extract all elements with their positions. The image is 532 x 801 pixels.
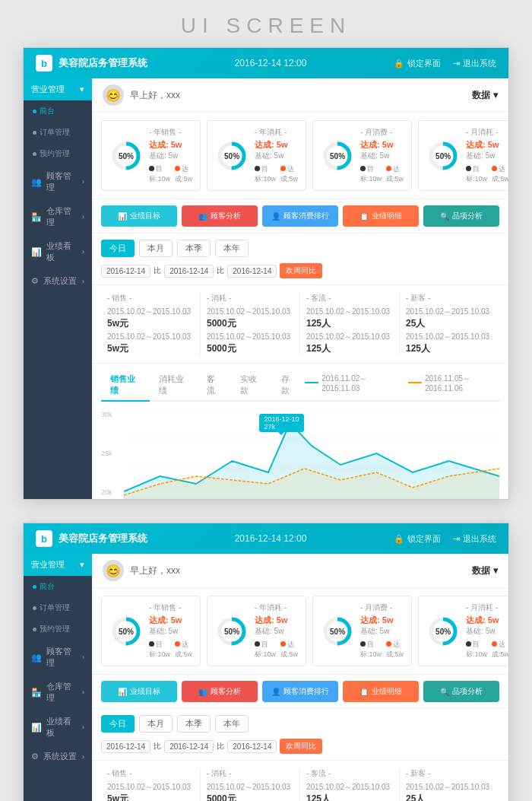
greeting: 😊 早上好，xxx <box>103 84 180 106</box>
sidebar-item-performance-2[interactable]: 📊 业绩看板 › <box>24 710 92 745</box>
date-from-2[interactable]: 2016-12-14 <box>101 740 150 753</box>
search-icon-2b: 🔍 <box>440 688 449 696</box>
tab-season-2[interactable]: 本季 <box>177 715 211 733</box>
btn-label-2e: 品项分析 <box>452 686 483 697</box>
date-from[interactable]: 2016-12-14 <box>101 265 150 278</box>
stat-period-1: 2015.10.02～2015.10.03 <box>207 307 293 317</box>
data-select[interactable]: 数据 ▾ <box>472 89 498 102</box>
tab-today[interactable]: 今日 <box>101 240 135 257</box>
chart-tab-consume[interactable]: 消耗业绩 <box>150 370 198 402</box>
chart-tab-receipt[interactable]: 实收款 <box>231 370 272 402</box>
compare-button[interactable]: 欢周同比 <box>280 263 322 278</box>
stat-value-1: 125人 <box>306 317 393 330</box>
sidebar-item-orders-2[interactable]: 订单管理 <box>24 597 92 618</box>
btn-customer-analysis-2[interactable]: 👥 顾客分析 <box>182 681 258 702</box>
sidebar-section-header[interactable]: 营业管理 ▾ <box>24 78 92 100</box>
kpi-legend: 目标:10w 达成:5w <box>255 164 298 184</box>
tab-today-2[interactable]: 今日 <box>101 715 135 733</box>
date-inputs: 2016-12-14 比 2016-12-14 比 2016-12-14 欢周同… <box>101 263 499 278</box>
sidebar-item-label: 前台 <box>40 106 55 116</box>
sidebar-item-customers[interactable]: 👥 顾客管理 › <box>24 164 92 199</box>
kpi-pct: 50% <box>119 151 134 160</box>
btn-customer-rank[interactable]: 👤 顾客消费排行 <box>262 205 338 227</box>
tab-season[interactable]: 本季 <box>177 240 211 257</box>
chart-container: 2016-12-1027k <box>124 408 499 499</box>
sidebar-item-customers-2[interactable]: 👥 顾客管理 › <box>24 640 92 675</box>
btn-performance-target-2[interactable]: 📊 业绩目标 <box>101 681 177 702</box>
sidebar-item-frontdesk[interactable]: 前台 <box>24 100 92 122</box>
header-time: 2016-12-14 12:00 <box>235 58 307 68</box>
greeting-2: 😊 早上好，xxx <box>103 560 180 581</box>
btn-customer-analysis[interactable]: 👥 顾客分析 <box>182 205 258 227</box>
date-to[interactable]: 2016-12-14 <box>164 265 214 278</box>
chevron-down-icon: ▾ <box>80 84 84 94</box>
kpi-info-2-3: - 月消费 - 达成: 5w 基础: 5w 目标:10w 达成:5w <box>360 602 404 660</box>
sidebar-section-header-2[interactable]: 营业管理 ▾ <box>24 554 92 576</box>
exit-button-2[interactable]: ⇥ 退出系统 <box>453 533 496 545</box>
data-select-2[interactable]: 数据 ▾ <box>472 564 498 577</box>
sidebar-item-settings[interactable]: ⚙ 系统设置 › <box>24 269 92 293</box>
stat-period-1: 2015.10.02～2015.10.03 <box>107 307 194 317</box>
btn-customer-rank-2[interactable]: 👤 顾客消费排行 <box>262 681 338 702</box>
action-buttons-2: 📊 业绩目标 👥 顾客分析 👤 顾客消费排行 📋 业绩明细 🔍 品 <box>92 675 508 709</box>
compare-icon: 比 <box>217 265 224 276</box>
header-logo: b 美容院店务管理系统 <box>36 55 147 72</box>
stat-period-2: 2015.10.02～2015.10.03 <box>406 332 493 342</box>
date-to-2[interactable]: 2016-12-14 <box>164 740 214 753</box>
sidebar-item-frontdesk-2[interactable]: 前台 <box>24 576 92 597</box>
kpi-info: - 年销售 - 达成: 5w 基础: 5w 目标:10w 达成:5w <box>149 127 192 184</box>
kpi-pct-2-3: 50% <box>330 627 345 635</box>
kpi-section: 50% - 年销售 - 达成: 5w 基础: 5w 目标:10w 达成:5w <box>92 113 508 199</box>
date-compare-2[interactable]: 2016-12-14 <box>227 740 277 753</box>
chart-icon-2: 📊 <box>31 723 42 733</box>
tab-month[interactable]: 本月 <box>139 240 173 257</box>
sidebar-item-label: 业绩看板 <box>46 240 78 263</box>
chart-legend: 2016.11.02～2016.11.03 2016.11.05～2016.11… <box>305 370 499 396</box>
lock-button[interactable]: 🔒 锁定界面 <box>394 58 441 69</box>
exit-button[interactable]: ⇥ 退出系统 <box>453 58 496 69</box>
sidebar-item-label: 仓库管理 <box>46 205 78 228</box>
chart-section: 销售业绩 消耗业绩 客流 实收款 存款 2016.11.02～2016.11.0… <box>92 364 508 499</box>
sidebar-item-warehouse-2[interactable]: 🏪 仓库管理 › <box>24 675 92 710</box>
sidebar-item-settings-2[interactable]: ⚙ 系统设置 › <box>24 745 92 768</box>
data-label: 数据 <box>472 89 490 102</box>
compare-icon-2: 比 <box>217 741 224 752</box>
chart-tab-sales[interactable]: 销售业绩 <box>101 370 150 402</box>
tab-year[interactable]: 本年 <box>215 240 249 257</box>
lock-button-2[interactable]: 🔒 锁定界面 <box>394 533 441 545</box>
sidebar-item-label: 系统设置 <box>43 275 77 287</box>
date-inputs-2: 2016-12-14 比 2016-12-14 比 2016-12-14 欢周同… <box>101 739 499 754</box>
y-labels: 30k 25k 20k <box>101 408 112 499</box>
chart-tab-traffic[interactable]: 客流 <box>198 370 231 402</box>
stat-period-2: 2015.10.02～2015.10.03 <box>207 332 293 342</box>
exit-icon-2: ⇥ <box>453 534 460 544</box>
stat-sales-2: - 销售 - 2015.10.02～2015.10.03 5w元 2015.10… <box>101 768 201 801</box>
logo-icon-2: b <box>36 530 52 547</box>
btn-performance-detail[interactable]: 📋 业绩明细 <box>343 205 419 227</box>
sidebar-item-performance[interactable]: 📊 业绩看板 › <box>24 234 92 269</box>
stat-traffic: - 客流 - 2015.10.02～2015.10.03 125人 2015.1… <box>300 293 400 355</box>
btn-item-analysis-2[interactable]: 🔍 品项分析 <box>423 681 499 702</box>
tab-month-2[interactable]: 本月 <box>139 715 173 733</box>
btn-performance-target[interactable]: 📊 业绩目标 <box>101 205 177 227</box>
sidebar-item-orders[interactable]: 订单管理 <box>24 122 92 143</box>
btn-label-2c: 顾客消费排行 <box>283 686 329 697</box>
date-compare[interactable]: 2016-12-14 <box>227 265 277 278</box>
sidebar-item-warehouse[interactable]: 🏪 仓库管理 › <box>24 199 92 234</box>
kpi-info-2-1: - 年销售 - 达成: 5w 基础: 5w 目标:10w 达成:5w <box>149 602 192 660</box>
header-actions-2: 🔒 锁定界面 ⇥ 退出系统 <box>394 533 496 545</box>
kpi-legend: 目标:10w 达成:5w <box>149 164 192 184</box>
chart-tab-deposit[interactable]: 存款 <box>272 370 306 402</box>
kpi-card-2-1: 50% - 年销售 - 达成: 5w 基础: 5w 目标:10w 达成:5w <box>101 596 201 666</box>
kpi-donut-2-3: 50% <box>321 615 354 648</box>
sidebar-item-appointments-2[interactable]: 预约管理 <box>24 618 92 640</box>
compare-button-2[interactable]: 欢周同比 <box>280 739 322 754</box>
logo-icon: b <box>36 55 52 72</box>
btn-performance-detail-2[interactable]: 📋 业绩明细 <box>343 681 419 702</box>
tab-year-2[interactable]: 本年 <box>215 715 249 733</box>
btn-item-analysis[interactable]: 🔍 品项分析 <box>423 205 499 227</box>
stat-value-1: 5w元 <box>107 317 194 330</box>
sidebar-item-appointments[interactable]: 预约管理 <box>24 143 92 164</box>
action-buttons: 📊 业绩目标 👥 顾客分析 👤 顾客消费排行 📋 业绩明细 🔍 品 <box>92 199 508 234</box>
btn-label-2a: 业绩目标 <box>130 686 160 697</box>
